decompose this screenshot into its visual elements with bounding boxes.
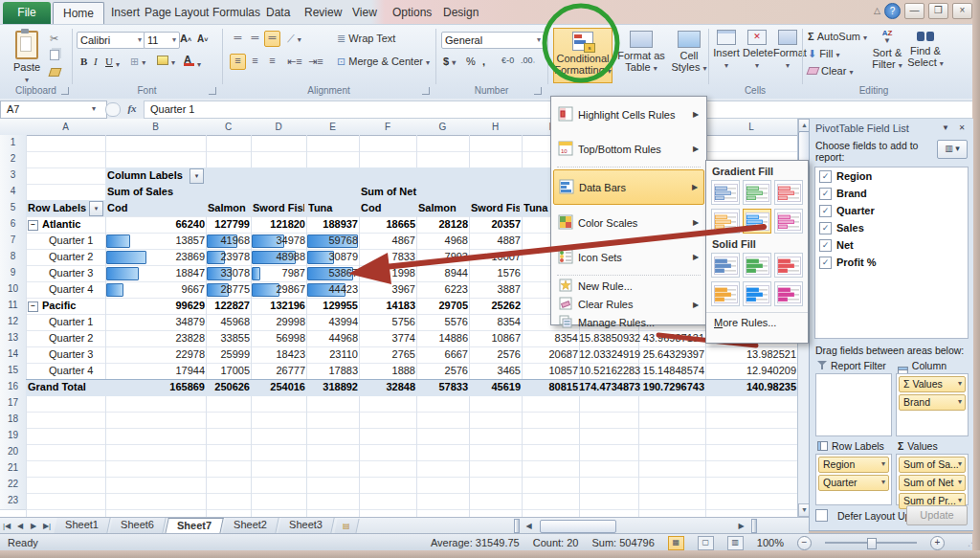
cell-r11-F[interactable]: 14183 bbox=[359, 298, 418, 314]
collapse-icon[interactable]: − bbox=[28, 301, 38, 312]
wrap-text-button[interactable]: ≣ Wrap Text bbox=[337, 33, 395, 45]
row-header-9[interactable]: 9 bbox=[0, 265, 27, 282]
cell-r12-C[interactable]: 45968 bbox=[206, 314, 253, 330]
area-field-button--values[interactable]: Σ Values▾ bbox=[899, 376, 966, 392]
cell-r8-H[interactable]: 10007 bbox=[469, 249, 523, 265]
row-header-15[interactable]: 15 bbox=[0, 363, 27, 380]
cell-r11-H[interactable]: 25262 bbox=[469, 298, 523, 314]
next-sheet-icon[interactable]: ▶ bbox=[27, 522, 40, 530]
cell-r14-D[interactable]: 18423 bbox=[251, 346, 308, 363]
grow-font-icon[interactable]: A˄ bbox=[180, 33, 191, 44]
scroll-left-icon[interactable]: ◀ bbox=[523, 522, 536, 530]
zoom-level[interactable]: 100% bbox=[757, 537, 784, 548]
page-break-view-icon[interactable]: ▥ bbox=[727, 536, 744, 550]
cell-r13-K[interactable]: 43.96987131 bbox=[638, 330, 707, 346]
cell-r13-I[interactable]: 8354 bbox=[522, 330, 581, 346]
cell-r14-G[interactable]: 6667 bbox=[416, 346, 471, 363]
comma-style-icon[interactable]: , bbox=[482, 56, 485, 67]
collapse-ribbon-icon[interactable]: △ bbox=[874, 6, 880, 15]
pane-close-icon[interactable]: ✕ bbox=[955, 122, 969, 134]
horizontal-split-handle[interactable] bbox=[751, 519, 757, 533]
cell-r8-C[interactable]: 23978 bbox=[206, 249, 253, 265]
cell-r15-D[interactable]: 26777 bbox=[251, 363, 308, 379]
accounting-format-icon[interactable]: $ ▾ bbox=[443, 56, 456, 67]
menu-item-icon-sets[interactable]: Icon Sets▶ bbox=[553, 240, 704, 274]
cell-r15-L[interactable]: 12.940209 bbox=[705, 363, 799, 379]
cut-icon[interactable]: ✂ bbox=[50, 33, 58, 45]
solid-data-bar-swatch-3[interactable] bbox=[711, 281, 740, 306]
underline-button[interactable]: U bbox=[105, 56, 113, 67]
field-list-layout-button[interactable]: ▥ ▾ bbox=[937, 140, 968, 159]
last-sheet-icon[interactable]: ▶| bbox=[40, 522, 54, 530]
cell-r15-G[interactable]: 2576 bbox=[416, 363, 471, 379]
field-checkbox[interactable]: ✓ bbox=[819, 239, 832, 252]
formula-options-button[interactable] bbox=[105, 102, 121, 117]
orientation-icon[interactable]: ⟋ ▾ bbox=[287, 33, 301, 45]
font-color-dropdown-icon[interactable]: ▾ bbox=[197, 57, 201, 69]
row-header-22[interactable]: 22 bbox=[0, 477, 27, 494]
row-label-6[interactable]: −Atlantic bbox=[26, 216, 107, 233]
field-checkbox[interactable]: ✓ bbox=[819, 170, 832, 183]
cell-r14-F[interactable]: 2765 bbox=[359, 346, 418, 363]
report-filter-area[interactable] bbox=[815, 373, 892, 436]
cell-r15-B[interactable]: 17944 bbox=[105, 363, 208, 379]
row-header-5[interactable]: 5 bbox=[0, 200, 27, 217]
field-checkbox[interactable]: ✓ bbox=[819, 257, 832, 269]
cell-r13-J[interactable]: 15.83850932 bbox=[579, 330, 640, 346]
font-size-select[interactable]: 11▾ bbox=[144, 32, 180, 49]
cell-r7-D[interactable]: 34978 bbox=[251, 233, 308, 249]
row-header-4[interactable]: 4 bbox=[0, 184, 27, 201]
cell-r16-C[interactable]: 250626 bbox=[206, 379, 253, 395]
field-item-brand[interactable]: ✓Brand bbox=[815, 185, 968, 202]
fill-color-icon[interactable]: ▾ bbox=[157, 56, 175, 67]
format-cells-button[interactable]: Format▾ bbox=[773, 30, 802, 72]
sort-filter-button[interactable]: AZ▼ Sort &Filter ▾ bbox=[869, 30, 905, 72]
field-item-net[interactable]: ✓Net bbox=[815, 236, 968, 254]
sheet-tab-sheet2[interactable]: Sheet2 bbox=[222, 518, 278, 533]
cell-r16-J[interactable]: 174.4734873 bbox=[579, 379, 640, 395]
gradient-data-bar-swatch-0[interactable] bbox=[711, 180, 740, 205]
cell-r11-C[interactable]: 122827 bbox=[206, 298, 253, 314]
tab-view[interactable]: View bbox=[343, 2, 387, 24]
row-header-6[interactable]: 6 bbox=[0, 216, 27, 234]
cell-r14-J[interactable]: 12.03324919 bbox=[579, 346, 640, 363]
select-all-corner[interactable] bbox=[0, 119, 27, 136]
sheet-tab-sheet7[interactable]: Sheet7 bbox=[165, 518, 224, 534]
cell-r9-F[interactable]: 1998 bbox=[359, 265, 418, 281]
clipboard-dialog-launcher[interactable] bbox=[61, 87, 69, 95]
insert-function-icon[interactable]: fx bbox=[122, 100, 142, 117]
first-sheet-icon[interactable]: |◀ bbox=[0, 522, 13, 530]
cell-r14-L[interactable]: 13.982521 bbox=[705, 346, 799, 363]
defer-layout-checkbox[interactable] bbox=[815, 509, 828, 522]
gradient-data-bar-swatch-5[interactable] bbox=[774, 209, 803, 234]
pane-menu-icon[interactable]: ▼ bbox=[939, 122, 952, 134]
page-layout-view-icon[interactable]: ▢ bbox=[698, 536, 714, 550]
cell-r7-B[interactable]: 13857 bbox=[105, 233, 208, 249]
tab-design[interactable]: Design bbox=[434, 2, 488, 24]
cell-r10-G[interactable]: 6223 bbox=[416, 281, 471, 298]
gradient-data-bar-swatch-4[interactable] bbox=[743, 209, 771, 234]
cell-r10-F[interactable]: 3967 bbox=[359, 281, 418, 298]
field-item-quarter[interactable]: ✓Quarter bbox=[815, 202, 968, 219]
cell-r12-D[interactable]: 29998 bbox=[251, 314, 308, 330]
row-label-11[interactable]: −Pacific bbox=[26, 298, 107, 314]
area-field-button-quarter[interactable]: Quarter▾ bbox=[818, 475, 889, 491]
solid-data-bar-swatch-2[interactable] bbox=[774, 253, 803, 278]
normal-view-icon[interactable]: ▦ bbox=[668, 536, 684, 550]
format-as-table-button[interactable]: Format asTable ▾ bbox=[614, 28, 668, 81]
cell-r9-H[interactable]: 1576 bbox=[469, 265, 523, 281]
row-header-7[interactable]: 7 bbox=[0, 233, 27, 250]
cell-r14-H[interactable]: 2576 bbox=[469, 346, 523, 363]
row-header-2[interactable]: 2 bbox=[0, 151, 27, 168]
cell-r14-C[interactable]: 25999 bbox=[206, 346, 253, 363]
align-center-icon[interactable]: ≡ bbox=[247, 54, 263, 70]
column-header-D[interactable]: D bbox=[251, 119, 307, 136]
cell-r15-E[interactable]: 17883 bbox=[306, 363, 361, 379]
cell-r16-G[interactable]: 57833 bbox=[416, 379, 471, 395]
increase-decimal-icon[interactable]: €֊0 bbox=[501, 56, 514, 65]
delete-cells-button[interactable]: ✕ Delete▾ bbox=[743, 30, 771, 72]
cell-r6-F[interactable]: 18665 bbox=[359, 216, 418, 233]
area-field-button-region[interactable]: Region▾ bbox=[818, 457, 889, 473]
field-checkbox[interactable]: ✓ bbox=[819, 205, 832, 217]
cell-r13-G[interactable]: 14886 bbox=[416, 330, 471, 346]
